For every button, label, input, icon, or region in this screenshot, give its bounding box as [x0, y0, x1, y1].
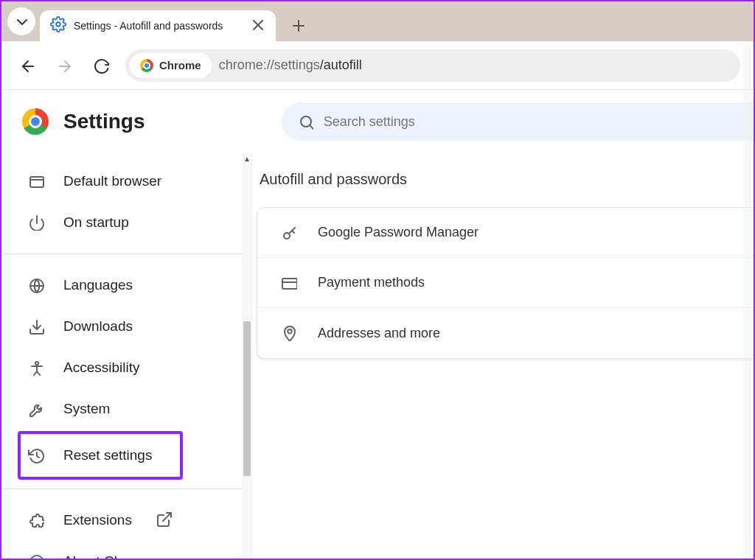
sidebar-item-label: Languages [63, 277, 133, 293]
row-label: Payment methods [318, 275, 425, 290]
sidebar-item-label: Accessibility [63, 360, 139, 376]
section-title: Autofill and passwords [260, 171, 754, 188]
search-icon [298, 113, 313, 130]
row-label: Addresses and more [318, 326, 440, 341]
omnibox-url: chrome://settings/autofill [219, 57, 362, 73]
sidebar-item-label: Default browser [63, 173, 161, 189]
main-content: Autofill and passwords Google Password M… [252, 153, 754, 560]
svg-line-8 [310, 126, 313, 129]
arrow-left-icon [19, 57, 35, 74]
sidebar-item-downloads[interactable]: Downloads [1, 306, 252, 347]
back-button[interactable] [15, 53, 40, 78]
sidebar-item-extensions[interactable]: Extensions [1, 500, 252, 541]
omnibox[interactable]: Chrome chrome://settings/autofill [125, 49, 740, 82]
window-icon [27, 173, 46, 189]
card-icon [279, 275, 299, 291]
sidebar-item-label: Downloads [63, 318, 133, 335]
sidebar-item-default-browser[interactable]: Default browser [1, 161, 252, 202]
sidebar-item-languages[interactable]: Languages [1, 265, 252, 306]
sidebar-separator [1, 253, 252, 254]
close-tab-button[interactable] [249, 16, 265, 35]
page-title: Settings [63, 110, 145, 133]
autofill-card: Google Password Manager Payment methods … [257, 207, 754, 359]
sidebar-scrollbar[interactable]: ▲ [242, 153, 252, 560]
chevron-down-icon [13, 13, 29, 29]
row-password-manager[interactable]: Google Password Manager [257, 208, 753, 258]
sidebar-item-accessibility[interactable]: Accessibility [1, 347, 252, 388]
site-chip-label: Chrome [159, 59, 201, 71]
settings-page: Settings Default browser On startup Lang [1, 90, 754, 559]
gear-icon [50, 16, 66, 35]
plus-icon [290, 17, 306, 33]
download-icon [27, 318, 46, 335]
reload-button[interactable] [88, 53, 114, 78]
power-icon [27, 214, 46, 231]
sidebar-item-system[interactable]: System [1, 388, 252, 430]
row-label: Google Password Manager [318, 225, 479, 240]
active-tab[interactable]: Settings - Autofill and passwords [40, 10, 276, 41]
tab-strip: Settings - Autofill and passwords [1, 1, 754, 41]
forward-button[interactable] [52, 53, 77, 78]
sidebar-item-label: On startup [63, 214, 129, 231]
search-settings[interactable] [282, 102, 754, 141]
new-tab-button[interactable] [286, 13, 310, 37]
sidebar-separator [1, 489, 252, 489]
reload-icon [93, 57, 109, 74]
scroll-up-icon: ▲ [243, 155, 251, 163]
sidebar-item-label: Reset settings [63, 447, 152, 463]
chrome-outline-icon [27, 553, 46, 560]
history-icon [27, 447, 46, 463]
search-input[interactable] [324, 114, 754, 130]
key-icon [279, 225, 299, 241]
tab-title: Settings - Autofill and passwords [74, 20, 242, 32]
chrome-logo-icon [22, 108, 49, 135]
globe-icon [27, 277, 46, 293]
svg-point-0 [56, 22, 60, 27]
page-header: Settings [1, 90, 754, 153]
arrow-right-icon [56, 57, 72, 74]
sidebar-item-label: About Chrome [63, 553, 154, 560]
sidebar-item-label: System [63, 401, 110, 417]
location-icon [279, 325, 299, 341]
row-addresses[interactable]: Addresses and more [257, 308, 753, 358]
accessibility-icon [27, 360, 46, 376]
browser-chrome: Settings - Autofill and passwords Chrome… [1, 1, 754, 90]
external-link-icon [156, 511, 172, 531]
svg-point-15 [35, 362, 38, 365]
svg-point-7 [301, 116, 311, 127]
extension-icon [27, 512, 46, 528]
chrome-icon [140, 59, 153, 72]
wrench-icon [27, 401, 46, 417]
sidebar: Default browser On startup Languages Dow… [1, 153, 252, 560]
row-payment-methods[interactable]: Payment methods [257, 258, 753, 308]
close-icon [249, 16, 265, 32]
svg-line-16 [163, 513, 171, 521]
scrollbar-thumb[interactable] [243, 321, 251, 476]
sidebar-item-label: Extensions [63, 512, 132, 528]
svg-point-17 [30, 556, 44, 560]
svg-rect-23 [282, 279, 297, 289]
site-chip[interactable]: Chrome [130, 53, 212, 78]
tab-search-button[interactable] [7, 7, 35, 35]
sidebar-item-about-chrome[interactable]: About Chrome [1, 541, 252, 560]
sidebar-item-reset-settings[interactable]: Reset settings [19, 433, 181, 478]
sidebar-item-on-startup[interactable]: On startup [1, 202, 252, 243]
toolbar: Chrome chrome://settings/autofill [1, 41, 754, 90]
svg-rect-9 [30, 177, 44, 187]
